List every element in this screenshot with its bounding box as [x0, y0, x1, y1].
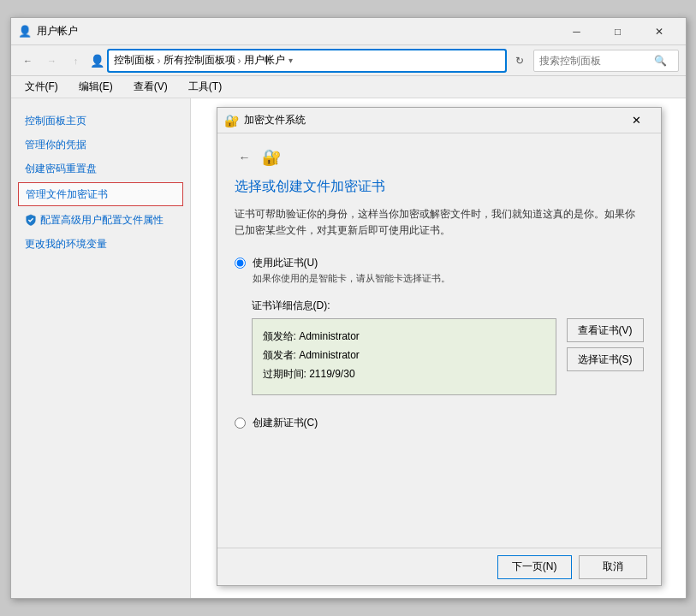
forward-button[interactable]: →: [42, 50, 62, 71]
close-button[interactable]: ✕: [639, 19, 679, 44]
sidebar: 控制面板主页 管理你的凭据 创建密码重置盘 管理文件加密证书 配置高级用户配置文…: [11, 98, 191, 598]
cert-info-box: 颁发给: Administrator 颁发者: Administrator 过期…: [252, 318, 556, 395]
sidebar-item-profile[interactable]: 配置高级用户配置文件属性: [11, 208, 190, 232]
refresh-button[interactable]: ↻: [509, 50, 530, 71]
shield-icon: [25, 214, 37, 226]
search-box: 🔍: [533, 50, 679, 72]
window-icon: 👤: [18, 25, 32, 38]
dialog-back-button[interactable]: ←: [235, 147, 255, 168]
sidebar-item-home[interactable]: 控制面板主页: [11, 109, 190, 133]
sidebar-item-credentials[interactable]: 管理你的凭据: [11, 133, 190, 157]
radio-option-use-cert: 使用此证书(U) 如果你使用的是智能卡，请从智能卡选择证书。: [235, 256, 644, 285]
dialog-titlebar: 🔐 加密文件系统 ✕: [217, 108, 661, 133]
content-area: 控制面板主页 管理你的凭据 创建密码重置盘 管理文件加密证书 配置高级用户配置文…: [11, 98, 686, 598]
back-button[interactable]: ←: [18, 50, 39, 71]
titlebar-controls: ─ □ ✕: [557, 19, 679, 44]
breadcrumb: 控制面板 › 所有控制面板项 › 用户帐户: [114, 53, 285, 68]
address-dropdown-icon[interactable]: ▾: [289, 56, 293, 65]
window-title: 用户帐户: [37, 24, 557, 38]
sidebar-item-env[interactable]: 更改我的环境变量: [11, 232, 190, 256]
dialog-content: ← 🔐 选择或创建文件加密证书 证书可帮助验证你的身份，这样当你加密或解密文件时…: [217, 133, 661, 548]
dialog-title-icon: 🔐: [224, 114, 239, 127]
sidebar-item-encrypt-cert[interactable]: 管理文件加密证书: [18, 182, 183, 206]
address-box[interactable]: 控制面板 › 所有控制面板项 › 用户帐户 ▾: [108, 50, 506, 72]
sidebar-item-reset-disk[interactable]: 创建密码重置盘: [11, 157, 190, 181]
breadcrumb-sep1: ›: [158, 55, 161, 67]
breadcrumb-sep2: ›: [238, 55, 241, 67]
cancel-button[interactable]: 取消: [579, 555, 647, 579]
search-input[interactable]: [539, 55, 651, 67]
cert-detail-section: 证书详细信息(D): 颁发给: Administrator 颁发者: Admin…: [252, 299, 644, 395]
up-button[interactable]: ↑: [66, 50, 86, 71]
dialog-description: 证书可帮助验证你的身份，这样当你加密或解密文件时，我们就知道这真的是你。如果你已…: [235, 206, 644, 239]
breadcrumb-part1: 控制面板: [114, 53, 155, 68]
cert-detail-row: 颁发给: Administrator 颁发者: Administrator 过期…: [252, 318, 644, 395]
cert-line3: 过期时间: 2119/9/30: [263, 365, 545, 384]
dialog-footer: 下一页(N) 取消: [217, 548, 661, 585]
radio-label-group: 使用此证书(U) 如果你使用的是智能卡，请从智能卡选择证书。: [253, 256, 450, 285]
radio-create-cert-label[interactable]: 创建新证书(C): [253, 416, 318, 430]
menubar: 文件(F) 编辑(E) 查看(V) 工具(T): [11, 76, 686, 98]
menu-edit[interactable]: 编辑(E): [72, 78, 120, 96]
sidebar-item-profile-label: 配置高级用户配置文件属性: [40, 212, 164, 228]
cert-line2: 颁发者: Administrator: [263, 346, 545, 365]
search-icon[interactable]: 🔍: [654, 55, 667, 67]
breadcrumb-part3: 用户帐户: [244, 53, 285, 68]
dialog-section-title: 选择或创建文件加密证书: [235, 178, 644, 196]
addressbar: ← → ↑ 👤 控制面板 › 所有控制面板项 › 用户帐户 ▾ ↻ 🔍: [11, 45, 686, 76]
main-panel-inner: 🔐 加密文件系统 ✕ ← 🔐 选择或创建文件加密证书 证书可帮助验证你的身份，这…: [191, 98, 686, 598]
view-cert-button[interactable]: 查看证书(V): [567, 318, 644, 342]
breadcrumb-part2: 所有控制面板项: [164, 53, 235, 68]
dialog-header-icon: 🔐: [262, 148, 281, 167]
menu-tools[interactable]: 工具(T): [181, 78, 229, 96]
menu-file[interactable]: 文件(F): [18, 78, 65, 96]
select-cert-button[interactable]: 选择证书(S): [567, 347, 644, 371]
cert-detail-label: 证书详细信息(D):: [252, 299, 644, 313]
radio-use-cert[interactable]: [235, 258, 246, 269]
cert-line1: 颁发给: Administrator: [263, 328, 545, 346]
main-panel: 🔐 加密文件系统 ✕ ← 🔐 选择或创建文件加密证书 证书可帮助验证你的身份，这…: [191, 98, 686, 598]
dialog-close-button[interactable]: ✕: [620, 109, 654, 133]
menu-view[interactable]: 查看(V): [127, 78, 175, 96]
maximize-button[interactable]: □: [598, 19, 638, 44]
radio-option-create-cert: 创建新证书(C): [235, 416, 644, 430]
radio-create-cert[interactable]: [235, 418, 246, 429]
next-button[interactable]: 下一页(N): [497, 555, 572, 579]
dialog-nav: ← 🔐: [235, 147, 644, 168]
minimize-button[interactable]: ─: [557, 19, 597, 44]
dialog-title-text: 加密文件系统: [244, 113, 620, 127]
titlebar: 👤 用户帐户 ─ □ ✕: [11, 18, 686, 45]
cert-action-buttons: 查看证书(V) 选择证书(S): [567, 318, 644, 371]
window-icon-addr: 👤: [90, 54, 104, 68]
radio-use-cert-sublabel: 如果你使用的是智能卡，请从智能卡选择证书。: [253, 272, 450, 285]
dialog-encrypt-cert: 🔐 加密文件系统 ✕ ← 🔐 选择或创建文件加密证书 证书可帮助验证你的身份，这…: [217, 107, 662, 586]
main-window: 👤 用户帐户 ─ □ ✕ ← → ↑ 👤 控制面板 › 所有控制面板项 › 用户…: [10, 17, 687, 599]
radio-use-cert-label[interactable]: 使用此证书(U): [253, 256, 450, 270]
